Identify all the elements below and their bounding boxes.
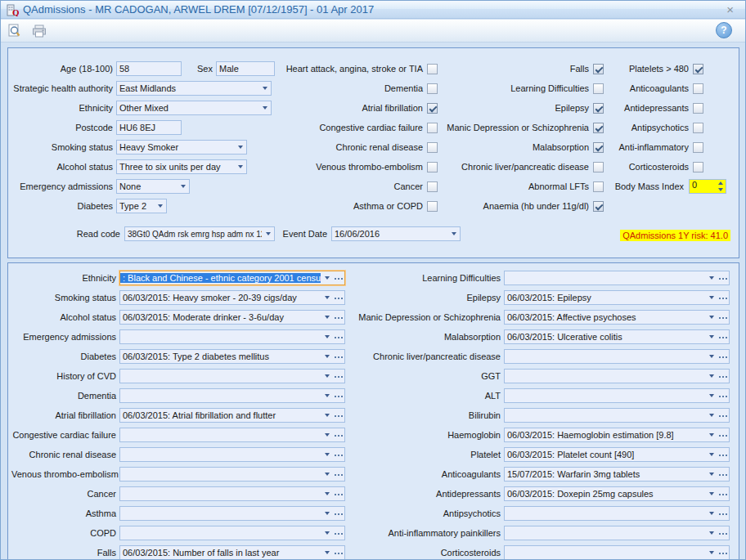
- chevron-down-icon[interactable]: [321, 487, 333, 500]
- sha-dropdown[interactable]: East Midlands: [116, 81, 272, 96]
- checkbox-anaemia-hb-under-11g-dl[interactable]: [593, 201, 604, 212]
- smoking-dropdown[interactable]: Heavy Smoker: [116, 140, 247, 155]
- checkbox-venous-thrombo-embolism[interactable]: [427, 162, 438, 172]
- chevron-down-icon[interactable]: [705, 271, 717, 284]
- combo-field-emergency-admissions[interactable]: [119, 329, 345, 344]
- chevron-down-icon[interactable]: [321, 389, 333, 402]
- combo-field-corticosteroids[interactable]: [504, 545, 730, 560]
- chevron-down-icon[interactable]: [447, 227, 460, 240]
- combo-field-anticoagulants[interactable]: 15/07/2015: Warfarin 3mg tablets: [504, 467, 730, 482]
- chevron-down-icon[interactable]: [705, 428, 717, 441]
- ellipsis-browse-button[interactable]: [333, 271, 344, 284]
- ellipsis-browse-button[interactable]: [333, 507, 344, 520]
- checkbox-antidepressants[interactable]: [693, 103, 703, 114]
- combo-field-ethnicity[interactable]: : Black and Chinese - ethnic category 20…: [119, 271, 345, 285]
- ellipsis-browse-button[interactable]: [333, 546, 344, 559]
- chevron-down-icon[interactable]: [321, 330, 333, 343]
- alcohol-dropdown[interactable]: Three to six units per day: [116, 159, 247, 174]
- ellipsis-browse-button[interactable]: [717, 370, 729, 383]
- chevron-down-icon[interactable]: [321, 448, 333, 461]
- combo-field-manic-depression-or-schizophrenia[interactable]: 06/03/2015: Affective psychoses: [504, 310, 730, 325]
- chevron-down-icon[interactable]: [321, 546, 333, 559]
- chevron-down-icon[interactable]: [705, 311, 717, 324]
- ellipsis-browse-button[interactable]: [333, 448, 344, 461]
- ellipsis-browse-button[interactable]: [333, 409, 344, 422]
- chevron-down-icon[interactable]: [321, 271, 333, 284]
- combo-field-malabsorption[interactable]: 06/03/2015: Ulcerative colitis: [504, 329, 730, 344]
- checkbox-corticosteroids[interactable]: [693, 162, 703, 172]
- ellipsis-browse-button[interactable]: [333, 468, 344, 481]
- chevron-down-icon[interactable]: [705, 291, 717, 304]
- bmi-spinner[interactable]: 0: [689, 179, 726, 194]
- combo-field-venous-thrombo-embolism[interactable]: [119, 467, 345, 482]
- combo-field-alcohol-status[interactable]: 06/03/2015: Moderate drinker - 3-6u/day: [119, 310, 345, 325]
- checkbox-dementia[interactable]: [427, 83, 438, 94]
- combo-field-learning-difficulties[interactable]: [504, 271, 730, 285]
- ellipsis-browse-button[interactable]: [717, 350, 729, 363]
- ellipsis-browse-button[interactable]: [333, 311, 344, 324]
- checkbox-cancer[interactable]: [427, 181, 438, 192]
- chevron-down-icon[interactable]: [705, 526, 717, 540]
- combo-field-haemoglobin[interactable]: 06/03/2015: Haemoglobin estimation [9.8]: [504, 428, 730, 442]
- chevron-down-icon[interactable]: [705, 330, 717, 343]
- chevron-down-icon[interactable]: [262, 227, 274, 240]
- chevron-down-icon[interactable]: [705, 487, 717, 500]
- spinner-arrows[interactable]: [716, 180, 726, 193]
- diabetes-dropdown[interactable]: Type 2: [116, 199, 167, 213]
- ellipsis-browse-button[interactable]: [717, 291, 729, 304]
- combo-field-asthma[interactable]: [119, 506, 345, 521]
- ellipsis-browse-button[interactable]: [333, 487, 344, 500]
- combo-field-chronic-liver-pancreatic-disease[interactable]: [504, 349, 730, 364]
- chevron-down-icon[interactable]: [705, 507, 717, 520]
- combo-field-ggt[interactable]: [504, 369, 730, 383]
- ellipsis-browse-button[interactable]: [717, 448, 729, 461]
- chevron-down-icon[interactable]: [321, 409, 333, 422]
- ellipsis-browse-button[interactable]: [333, 389, 344, 402]
- ellipsis-browse-button[interactable]: [333, 330, 344, 343]
- combo-field-dementia[interactable]: [119, 388, 345, 403]
- chevron-down-icon[interactable]: [705, 448, 717, 461]
- checkbox-anticoagulants[interactable]: [693, 83, 703, 94]
- ellipsis-browse-button[interactable]: [333, 428, 344, 441]
- chevron-down-icon[interactable]: [321, 526, 333, 540]
- combo-field-diabetes[interactable]: 06/03/2015: Type 2 diabetes mellitus: [119, 349, 345, 364]
- combo-field-epilepsy[interactable]: 06/03/2015: Epilepsy: [504, 290, 730, 305]
- ellipsis-browse-button[interactable]: [717, 468, 729, 481]
- chevron-down-icon[interactable]: [705, 389, 717, 402]
- help-button[interactable]: ?: [716, 22, 732, 38]
- ellipsis-browse-button[interactable]: [717, 546, 729, 559]
- chevron-down-icon[interactable]: [321, 468, 333, 481]
- ethnicity-dropdown[interactable]: Other Mixed: [116, 101, 272, 115]
- ellipsis-browse-button[interactable]: [717, 330, 729, 343]
- chevron-down-icon[interactable]: [321, 311, 333, 324]
- print-button[interactable]: [30, 22, 48, 40]
- ellipsis-browse-button[interactable]: [717, 507, 729, 520]
- ellipsis-browse-button[interactable]: [333, 350, 344, 363]
- combo-field-smoking-status[interactable]: 06/03/2015: Heavy smoker - 20-39 cigs/da…: [119, 290, 345, 305]
- chevron-down-icon[interactable]: [321, 428, 333, 441]
- chevron-down-icon[interactable]: [705, 370, 717, 383]
- checkbox-chronic-renal-disease[interactable]: [427, 142, 438, 153]
- ellipsis-browse-button[interactable]: [717, 487, 729, 500]
- checkbox-atrial-fibrillation[interactable]: [427, 103, 438, 114]
- combo-field-congestive-cardiac-failure[interactable]: [119, 428, 345, 442]
- postcode-input[interactable]: HU6 8EJ: [116, 120, 182, 135]
- combo-field-antipsychotics[interactable]: [504, 506, 730, 521]
- combo-field-copd[interactable]: [119, 526, 345, 540]
- readcode-dropdown[interactable]: 38Gt0 QAdm rsk emrg hsp adm nx 12mth: [124, 226, 275, 241]
- checkbox-heart-attack-angina-stroke-or-tia[interactable]: [427, 64, 438, 74]
- chevron-down-icon[interactable]: [177, 180, 189, 193]
- chevron-down-icon[interactable]: [234, 141, 246, 154]
- spin-down-icon[interactable]: [716, 186, 726, 193]
- combo-field-platelet[interactable]: 06/03/2015: Platelet count [490]: [504, 447, 730, 462]
- ellipsis-browse-button[interactable]: [717, 389, 729, 402]
- checkbox-anti-inflammatory[interactable]: [693, 142, 703, 153]
- chevron-down-icon[interactable]: [234, 160, 246, 173]
- chevron-down-icon[interactable]: [321, 507, 333, 520]
- checkbox-platelets-480[interactable]: [693, 64, 703, 74]
- combo-field-alt[interactable]: [504, 388, 730, 403]
- chevron-down-icon[interactable]: [321, 291, 333, 304]
- chevron-down-icon[interactable]: [705, 546, 717, 559]
- combo-field-chronic-renal-disease[interactable]: [119, 447, 345, 462]
- chevron-down-icon[interactable]: [705, 468, 717, 481]
